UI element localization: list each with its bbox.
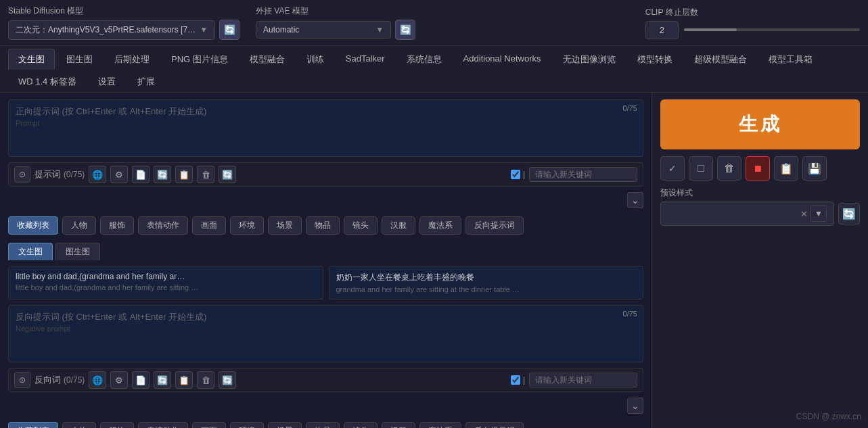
prompt-card-2[interactable]: 奶奶一家人坐在餐桌上吃着丰盛的晚餐 grandma and her family… bbox=[329, 266, 644, 300]
tab-wd-tagger[interactable]: WD 1.4 标签器 bbox=[8, 71, 87, 92]
clipboard-btn[interactable]: 📋 bbox=[175, 166, 193, 183]
tag2-magic[interactable]: 魔法系 bbox=[419, 422, 461, 428]
generate-button[interactable]: 生成 bbox=[660, 99, 860, 149]
square-btn[interactable]: □ bbox=[689, 156, 713, 181]
checkmark-btn[interactable]: ✓ bbox=[660, 156, 685, 181]
tag2-clothing[interactable]: 服饰 bbox=[100, 422, 134, 428]
tag-items[interactable]: 物品 bbox=[306, 216, 340, 235]
negative-prompt-input[interactable] bbox=[9, 306, 643, 360]
paste-btn[interactable]: 🔄 bbox=[154, 166, 171, 183]
positive-expand-btn[interactable]: ⊙ bbox=[14, 166, 30, 183]
neg-keyword-input[interactable] bbox=[529, 373, 637, 387]
tag2-scene[interactable]: 画面 bbox=[192, 422, 226, 428]
tag-favorites[interactable]: 收藏列表 bbox=[8, 216, 58, 235]
sd-model-select-row: 二次元：AnythingV5V3_v5PrtRE.safetensors [7…… bbox=[8, 20, 239, 40]
scroll-down-btn[interactable]: ⌄ bbox=[627, 192, 643, 208]
preset-section: 预设样式 ✕ ▼ 🔄 bbox=[660, 187, 860, 226]
copy-btn[interactable]: 📄 bbox=[132, 166, 150, 183]
preset-refresh-btn[interactable]: 🔄 bbox=[838, 203, 860, 224]
tab-super-merge[interactable]: 超级模型融合 bbox=[684, 49, 757, 70]
tab-postprocess[interactable]: 后期处理 bbox=[104, 49, 160, 70]
sub-tab-img2img[interactable]: 图生图 bbox=[55, 243, 100, 260]
keyword-input[interactable] bbox=[529, 167, 637, 182]
tag-expression[interactable]: 表情动作 bbox=[138, 216, 188, 235]
clipboard2-btn[interactable]: 📋 bbox=[774, 156, 798, 181]
refresh-btn[interactable]: 🔄 bbox=[219, 166, 236, 183]
emoji-btn[interactable]: 🌐 bbox=[89, 166, 106, 183]
tab-additional-networks[interactable]: Additional Networks bbox=[453, 49, 551, 70]
vae-model-value: Automatic bbox=[263, 25, 299, 34]
tab-png-info[interactable]: PNG 图片信息 bbox=[161, 49, 238, 70]
action-icons-row: ✓ □ 🗑 ⏹ 📋 💾 bbox=[660, 156, 860, 181]
sd-model-dropdown[interactable]: 二次元：AnythingV5V3_v5PrtRE.safetensors [7…… bbox=[8, 20, 215, 40]
clear-btn[interactable]: 🗑 bbox=[197, 166, 214, 183]
tag-hanfu[interactable]: 汉服 bbox=[382, 216, 415, 235]
neg-refresh-btn[interactable]: 🔄 bbox=[219, 371, 236, 389]
nav-tabs-row1: 文生图 图生图 后期处理 PNG 图片信息 模型融合 训练 SadTalker … bbox=[0, 46, 868, 93]
clip-slider[interactable] bbox=[684, 28, 860, 31]
sub-tab-txt2img[interactable]: 文生图 bbox=[8, 243, 53, 260]
prompt-card-1[interactable]: little boy and dad,(grandma and her fami… bbox=[8, 266, 323, 300]
tag2-expression[interactable]: 表情动作 bbox=[138, 422, 188, 428]
neg-copy-btn[interactable]: 📄 bbox=[132, 371, 150, 389]
neg-paste-btn[interactable]: 🔄 bbox=[154, 371, 171, 389]
neg-emoji-btn[interactable]: 🌐 bbox=[89, 371, 106, 389]
neg-clipboard-btn[interactable]: 📋 bbox=[175, 371, 193, 389]
clip-slider-fill bbox=[684, 28, 737, 31]
tab-model-merge[interactable]: 模型融合 bbox=[239, 49, 295, 70]
tag-location[interactable]: 场景 bbox=[268, 216, 302, 235]
tag2-location[interactable]: 场景 bbox=[268, 422, 302, 428]
tag2-hanfu[interactable]: 汉服 bbox=[382, 422, 415, 428]
tag-person[interactable]: 人物 bbox=[62, 216, 96, 235]
expand-indicator-row-2: ⌄ bbox=[8, 398, 643, 414]
tag2-favorites[interactable]: 收藏列表 bbox=[8, 422, 58, 428]
vae-model-dropdown[interactable]: Automatic ▼ bbox=[256, 21, 391, 39]
tab-model-tools[interactable]: 模型工具箱 bbox=[758, 49, 823, 70]
prompt-card-1-title: little boy and dad,(grandma and her fami… bbox=[16, 272, 316, 281]
tag-negative[interactable]: 反向提示词 bbox=[465, 216, 524, 235]
main-content: 0/75 正向提示词 (按 Ctrl+Enter 或 Alt+Enter 开始生… bbox=[0, 93, 868, 428]
tab-img2img[interactable]: 图生图 bbox=[56, 49, 103, 70]
expand-indicator-row: ⌄ bbox=[8, 192, 643, 208]
keyword-checkbox[interactable] bbox=[511, 170, 520, 179]
scroll-down-btn-2[interactable]: ⌄ bbox=[627, 398, 643, 414]
tag2-items[interactable]: 物品 bbox=[306, 422, 340, 428]
save-btn[interactable]: 💾 bbox=[802, 156, 827, 181]
tag2-person[interactable]: 人物 bbox=[62, 422, 96, 428]
neg-settings-btn[interactable]: ⚙ bbox=[110, 371, 128, 389]
tab-train[interactable]: 训练 bbox=[296, 49, 334, 70]
tab-txt2img[interactable]: 文生图 bbox=[8, 49, 55, 70]
sd-model-refresh-btn[interactable]: 🔄 bbox=[219, 20, 239, 40]
left-panel: 0/75 正向提示词 (按 Ctrl+Enter 或 Alt+Enter 开始生… bbox=[0, 93, 652, 428]
preset-clear-icon[interactable]: ✕ bbox=[800, 209, 808, 219]
positive-prompt-input[interactable] bbox=[9, 100, 643, 154]
settings-btn[interactable]: ⚙ bbox=[110, 166, 128, 183]
preset-dropdown[interactable]: ✕ ▼ bbox=[660, 201, 834, 226]
keyword-checkbox-wrap: | bbox=[511, 170, 525, 179]
tag-environment[interactable]: 环境 bbox=[230, 216, 264, 235]
prompt-cards: little boy and dad,(grandma and her fami… bbox=[8, 266, 643, 300]
tab-system-info[interactable]: 系统信息 bbox=[396, 49, 452, 70]
vae-model-refresh-btn[interactable]: 🔄 bbox=[395, 20, 415, 40]
tag-lens[interactable]: 镜头 bbox=[344, 216, 378, 235]
tab-model-convert[interactable]: 模型转换 bbox=[627, 49, 683, 70]
trash-btn[interactable]: 🗑 bbox=[717, 156, 741, 181]
tag2-negative[interactable]: 反向提示词 bbox=[465, 422, 524, 428]
neg-keyword-checkbox[interactable] bbox=[511, 375, 520, 385]
sd-model-section: Stable Diffusion 模型 二次元：AnythingV5V3_v5P… bbox=[8, 5, 239, 40]
negative-expand-btn[interactable]: ⊙ bbox=[14, 372, 30, 388]
preset-arrow-icon[interactable]: ▼ bbox=[810, 206, 827, 222]
tag-clothing[interactable]: 服饰 bbox=[100, 216, 134, 235]
tag2-environment[interactable]: 环境 bbox=[230, 422, 264, 428]
tab-sadtalker[interactable]: SadTalker bbox=[336, 49, 395, 70]
tab-infinite-image[interactable]: 无边图像浏览 bbox=[553, 49, 626, 70]
tag-scene[interactable]: 画面 bbox=[192, 216, 226, 235]
positive-prompt-container: 0/75 正向提示词 (按 Ctrl+Enter 或 Alt+Enter 开始生… bbox=[8, 99, 643, 157]
tag2-lens[interactable]: 镜头 bbox=[344, 422, 378, 428]
tab-extensions[interactable]: 扩展 bbox=[127, 71, 165, 92]
tags-row: 收藏列表 人物 服饰 表情动作 画面 环境 场景 物品 镜头 汉服 魔法系 反向… bbox=[8, 214, 643, 237]
tag-magic[interactable]: 魔法系 bbox=[419, 216, 461, 235]
neg-clear-btn[interactable]: 🗑 bbox=[197, 371, 214, 389]
tab-settings[interactable]: 设置 bbox=[88, 71, 126, 92]
stop-btn[interactable]: ⏹ bbox=[746, 156, 770, 181]
